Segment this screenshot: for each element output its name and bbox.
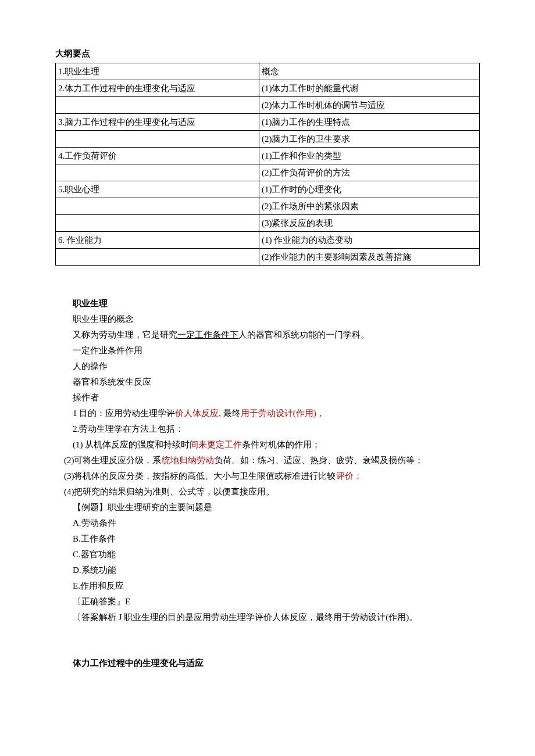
table-cell-right: (2)作业能力的主要影响因素及改善措施: [259, 248, 479, 265]
table-cell-right: (1)脑力工作的生理特点: [259, 113, 479, 130]
text: 负荷。如：练习、适应、热身、疲劳、衰竭及损伤等；: [214, 456, 423, 465]
para-method1: (1) 从机体反应的强度和持续时间来更定工作条件对机体的作用；: [55, 437, 480, 453]
table-cell-right: (1) 作业能力的动态变动: [259, 231, 479, 248]
para-line5: 器官和系统发生反应: [55, 374, 480, 390]
answer: 〔正确答案』E: [55, 594, 480, 610]
para-purpose: 1 目的：应用劳动生理学评价人体反应, 最终用于劳动设计(作用)，: [55, 406, 480, 421]
table-cell-left: 5.职业心理: [56, 181, 259, 198]
underline-text: 一定工作条件下: [177, 330, 238, 339]
table-cell-right: (2)脑力工作的卫生要求: [259, 130, 479, 147]
highlight-text: 用于劳动设计(作用)，: [241, 409, 325, 418]
table-cell-right: (1)工作时的心理变化: [259, 181, 479, 198]
highlight-text: 统地归纳劳动: [162, 456, 214, 465]
table-row: 5.职业心理(1)工作时的心理变化: [56, 181, 480, 198]
para-method3: (3)将机体的反应分类，按指标的高低、大小与卫生限值或标准进行比较评价；: [55, 468, 480, 484]
table-row: (2)作业能力的主要影响因素及改善措施: [56, 248, 480, 265]
para-example: 【例题】职业生理研究的主要问题是: [55, 500, 480, 515]
table-cell-right: (3)紧张反应的表现: [259, 214, 479, 231]
heading-outline: 大纲要点: [55, 46, 480, 62]
text: 条件对机体的作用；: [242, 440, 320, 449]
table-row: 4.工作负荷评价(1)工作和作业的类型: [56, 147, 480, 164]
table-cell-left: [56, 214, 259, 231]
section1-title: 职业生理: [55, 296, 480, 311]
text: 1 目的：应用劳动生理学评: [73, 409, 175, 418]
table-cell-left: [56, 130, 259, 147]
table-cell-left: 4.工作负荷评价: [56, 147, 259, 164]
page: 大纲要点 1.职业生理概念2.体力工作过程中的生理变化与适应(1)体力工作时的能…: [0, 0, 535, 756]
text: (2)可将生理反应分级，系: [64, 456, 162, 465]
outline-table: 1.职业生理概念2.体力工作过程中的生理变化与适应(1)体力工作时的能量代谢(2…: [55, 63, 480, 266]
section2-title: 体力工作过程中的生理变化与适应: [55, 655, 480, 671]
table-cell-right: (1)体力工作时的能量代谢: [259, 80, 479, 96]
table-cell-right: (1)工作和作业的类型: [259, 147, 479, 164]
table-row: (2)工作负荷评价的方法: [56, 164, 480, 181]
table-cell-left: [56, 198, 259, 214]
highlight-text: 评价；: [336, 471, 362, 481]
option-c: C.器官功能: [55, 547, 480, 562]
table-cell-left: [56, 96, 259, 113]
option-a: A.劳动条件: [55, 515, 480, 531]
para-method4: (4)把研究的结果归纳为准则、公式等，以便直接应用。: [55, 484, 480, 500]
para-methods: 2.劳动生理学在方法上包括：: [55, 421, 480, 437]
option-e: E.作用和反应: [55, 578, 480, 594]
option-b: B.工作条件: [55, 531, 480, 547]
para-definition: 又称为劳动生理，它是研究一定工作条件下人的器官和系统功能的一门学科。: [55, 327, 480, 343]
table-row: (3)紧张反应的表现: [56, 214, 480, 231]
table-cell-left: [56, 164, 259, 181]
section-1: 职业生理 职业生理的概念 又称为劳动生理，它是研究一定工作条件下人的器官和系统功…: [55, 296, 480, 625]
table-cell-left: 3.脑力工作过程中的生理变化与适应: [56, 113, 259, 130]
option-d: D.系统功能: [55, 562, 480, 578]
table-cell-right: (2)工作场所中的紧张因素: [259, 198, 479, 214]
table-cell-right: 概念: [259, 63, 479, 80]
para-line6: 操作者: [55, 390, 480, 406]
table-cell-left: [56, 248, 259, 265]
para-method2: (2)可将生理反应分级，系统地归纳劳动负荷。如：练习、适应、热身、疲劳、衰竭及损…: [55, 453, 480, 468]
table-row: 6. 作业能力(1) 作业能力的动态变动: [56, 231, 480, 248]
para-concept: 职业生理的概念: [55, 311, 480, 327]
text: (1) 从机体反应的强度和持续时: [73, 440, 190, 449]
table-cell-right: (2)工作负荷评价的方法: [259, 164, 479, 181]
table-row: 3.脑力工作过程中的生理变化与适应(1)脑力工作的生理特点: [56, 113, 480, 130]
highlight-text: 间来更定工作: [190, 440, 242, 449]
section-2: 体力工作过程中的生理变化与适应: [55, 655, 480, 671]
para-line4: 人的操作: [55, 359, 480, 374]
table-row: 1.职业生理概念: [56, 63, 480, 80]
table-row: 2.体力工作过程中的生理变化与适应(1)体力工作时的能量代谢: [56, 80, 480, 96]
explanation: 〔答案解析 J 职业生理的目的是应用劳动生理学评价人体反应，最终用于劳动设计(作…: [55, 610, 480, 625]
table-row: (2)体力工作时机体的调节与适应: [56, 96, 480, 113]
table-cell-right: (2)体力工作时机体的调节与适应: [259, 96, 479, 113]
text: (3)将机体的反应分类，按指标的高低、大小与卫生限值或标准进行比较: [64, 471, 336, 481]
table-row: (2)脑力工作的卫生要求: [56, 130, 480, 147]
text: , 最终: [219, 409, 241, 418]
table-cell-left: 6. 作业能力: [56, 231, 259, 248]
text: 又称为劳动生理，它是研究: [73, 330, 177, 339]
highlight-text: 价人体反应: [175, 409, 219, 418]
table-cell-left: 2.体力工作过程中的生理变化与适应: [56, 80, 259, 96]
para-line3: 一定作业条件作用: [55, 343, 480, 359]
text: 人的器官和系统功能的一门学科。: [238, 330, 369, 339]
table-row: (2)工作场所中的紧张因素: [56, 198, 480, 214]
table-cell-left: 1.职业生理: [56, 63, 259, 80]
